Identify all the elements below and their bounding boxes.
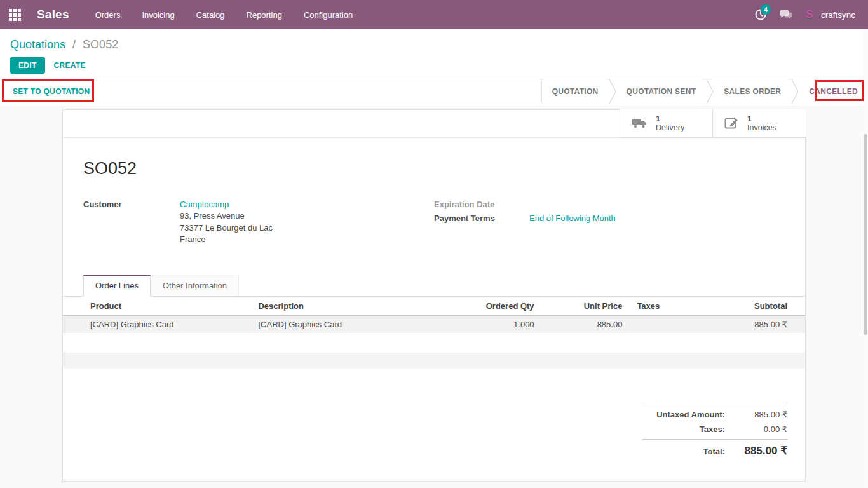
cell-ordered-qty: 1.000 xyxy=(440,315,538,333)
set-to-quotation-button[interactable]: SET TO QUOTATION xyxy=(13,87,90,96)
customer-value: Camptocamp 93, Press Avenue 73377 Le Bou… xyxy=(180,199,273,246)
col-subtotal: Subtotal xyxy=(702,297,805,316)
customer-address-line3: France xyxy=(180,234,205,244)
order-title: SO052 xyxy=(83,159,805,179)
total-label: Total: xyxy=(642,447,731,456)
scrollbar-track[interactable] xyxy=(863,29,868,488)
apps-menu-button[interactable] xyxy=(0,0,29,29)
status-step-quotation-sent[interactable]: QUOTATION SENT xyxy=(616,79,707,104)
step-separator xyxy=(706,79,714,104)
cell-description: [CARD] Graphics Card xyxy=(231,315,440,333)
notebook: Order Lines Other Information Product De… xyxy=(63,273,805,333)
app-title: Sales xyxy=(37,8,69,22)
delivery-smart-button[interactable]: 1 Delivery xyxy=(620,109,713,138)
customer-address-line1: 93, Press Avenue xyxy=(180,211,245,220)
customer-address-line2: 73377 Le Bourget du Lac xyxy=(180,223,273,233)
cell-unit-price: 885.00 xyxy=(538,315,626,333)
order-line-row[interactable]: [CARD] Graphics Card [CARD] Graphics Car… xyxy=(63,315,805,333)
total-value: 885.00 ₹ xyxy=(731,444,787,458)
messages-button[interactable] xyxy=(775,4,797,25)
delivery-label: Delivery xyxy=(656,123,684,132)
taxes-label: Taxes: xyxy=(642,424,731,434)
col-ordered-qty: Ordered Qty xyxy=(440,297,538,316)
left-field-column: Customer Camptocamp 93, Press Avenue 733… xyxy=(83,199,434,248)
invoices-label: Invoices xyxy=(747,123,776,132)
step-separator xyxy=(609,79,616,104)
edit-button[interactable]: EDIT xyxy=(10,57,45,74)
col-description: Description xyxy=(231,297,440,316)
breadcrumb: Quotations / SO052 xyxy=(0,29,868,51)
right-field-column: Expiration Date Payment Terms End of Fol… xyxy=(434,199,785,248)
untaxed-amount-label: Untaxed Amount: xyxy=(642,410,731,419)
customer-link[interactable]: Camptocamp xyxy=(180,200,229,209)
create-button[interactable]: CREATE xyxy=(45,57,95,74)
cell-subtotal: 885.00 ₹ xyxy=(702,315,805,333)
payment-terms-label: Payment Terms xyxy=(434,213,529,224)
col-unit-price: Unit Price xyxy=(538,297,626,316)
systray: 4 S craftsync xyxy=(750,4,868,25)
menu-reporting[interactable]: Reporting xyxy=(238,6,290,24)
col-product: Product xyxy=(63,297,231,316)
sheet-header: 1 Delivery 1 Invoices xyxy=(63,110,805,138)
menu-catalog[interactable]: Catalog xyxy=(188,6,233,24)
cell-product: [CARD] Graphics Card xyxy=(63,315,231,333)
invoices-smart-button[interactable]: 1 Invoices xyxy=(713,109,806,138)
status-step-quotation[interactable]: QUOTATION xyxy=(542,79,609,104)
menu-configuration[interactable]: Configuration xyxy=(295,6,361,24)
step-separator xyxy=(791,79,799,104)
top-navbar: Sales Orders Invoicing Catalog Reporting… xyxy=(0,0,868,29)
payment-terms-link[interactable]: End of Following Month xyxy=(529,214,616,223)
tab-order-lines[interactable]: Order Lines xyxy=(83,274,151,297)
notebook-footer-band xyxy=(63,353,805,369)
customer-label: Customer xyxy=(83,199,180,246)
order-lines-table: Product Description Ordered Qty Unit Pri… xyxy=(63,297,805,333)
untaxed-amount-value: 885.00 ₹ xyxy=(731,410,787,419)
activities-button[interactable]: 4 xyxy=(750,4,771,25)
menu-orders[interactable]: Orders xyxy=(87,6,129,24)
apps-grid-icon xyxy=(9,9,21,21)
main-menu: Orders Invoicing Catalog Reporting Confi… xyxy=(87,6,362,24)
chat-bubbles-icon xyxy=(779,9,793,20)
smart-buttons: 1 Delivery 1 Invoices xyxy=(620,109,806,138)
cell-taxes xyxy=(625,315,702,333)
edit-invoice-icon xyxy=(724,116,740,130)
table-header-row: Product Description Ordered Qty Unit Pri… xyxy=(63,297,805,316)
truck-icon xyxy=(632,117,648,130)
breadcrumb-current: SO052 xyxy=(83,38,118,51)
form-sheet: 1 Delivery 1 Invoices SO052 xyxy=(62,109,806,482)
status-step-cancelled[interactable]: CANCELLED xyxy=(799,79,868,104)
breadcrumb-separator: / xyxy=(72,38,76,51)
control-panel: Quotations / SO052 EDIT CREATE Print Act… xyxy=(0,29,868,79)
totals-summary: Untaxed Amount: 885.00 ₹ Taxes: 0.00 ₹ T… xyxy=(642,405,787,460)
activity-count-badge: 4 xyxy=(761,4,771,15)
status-bar: SET TO QUOTATION QUOTATION QUOTATION SEN… xyxy=(0,79,868,104)
user-menu[interactable]: S craftsync xyxy=(801,8,858,21)
user-avatar: S xyxy=(803,8,816,21)
delivery-count: 1 xyxy=(656,114,684,123)
expiration-date-label: Expiration Date xyxy=(434,199,529,209)
col-taxes: Taxes xyxy=(625,297,702,316)
menu-invoicing[interactable]: Invoicing xyxy=(133,6,182,24)
form-view: 1 Delivery 1 Invoices SO052 xyxy=(0,104,868,488)
taxes-value: 0.00 ₹ xyxy=(731,424,787,434)
user-name: craftsync xyxy=(821,10,855,20)
status-steps: QUOTATION QUOTATION SENT SALES ORDER CAN… xyxy=(541,79,868,104)
scrollbar-thumb[interactable] xyxy=(864,134,867,335)
tab-other-information[interactable]: Other Information xyxy=(151,274,239,296)
invoices-count: 1 xyxy=(747,114,776,123)
status-step-sales-order[interactable]: SALES ORDER xyxy=(714,79,791,104)
breadcrumb-quotations-link[interactable]: Quotations xyxy=(10,38,65,51)
